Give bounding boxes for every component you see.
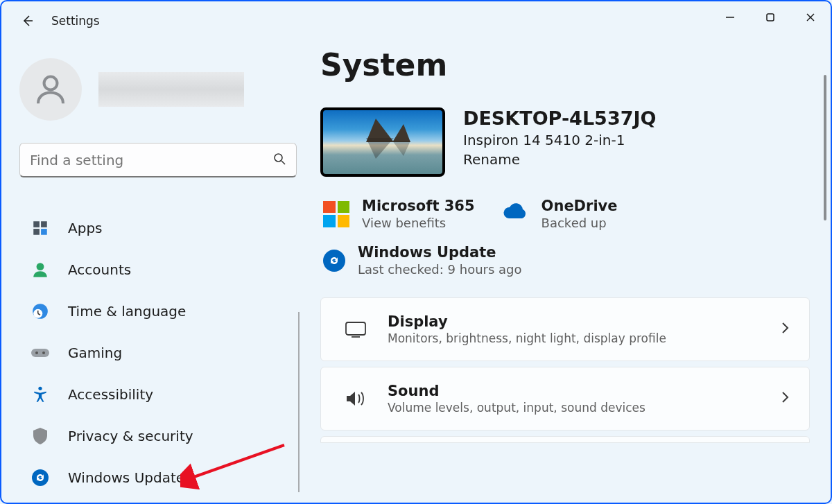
svg-point-5 [44,77,58,90]
cloud-icon [501,203,529,225]
sidebar-item-label: Windows Update [68,469,184,486]
setting-subtitle: Monitors, brightness, night light, displ… [388,331,666,345]
setting-row-peek [320,436,810,443]
windows-update-card[interactable]: Windows Update Last checked: 9 hours ago [320,240,525,281]
settings-list: Display Monitors, brightness, night ligh… [320,297,810,443]
microsoft-365-card[interactable]: Microsoft 365 View benefits [320,193,478,234]
apps-icon [31,218,50,238]
svg-point-19 [42,351,45,354]
card-subtitle: Backed up [541,216,618,230]
sidebar-item-time-language[interactable]: Time & language [19,293,306,330]
sidebar-item-label: Time & language [68,303,186,320]
setting-row-display[interactable]: Display Monitors, brightness, night ligh… [320,297,810,361]
close-button[interactable] [790,1,831,33]
svg-rect-10 [33,229,40,235]
card-title: OneDrive [541,198,618,214]
sidebar-item-gaming[interactable]: Gaming [19,334,306,372]
svg-line-7 [281,161,285,164]
user-account-block[interactable] [19,58,306,121]
search-input[interactable] [30,152,272,168]
card-title: Windows Update [358,244,522,261]
svg-rect-1 [767,14,774,21]
search-field[interactable] [19,143,297,177]
svg-rect-11 [41,229,47,235]
time-language-icon [31,302,50,321]
device-block: DESKTOP-4L537JQ Inspiron 14 5410 2-in-1 … [320,107,810,177]
sidebar-item-privacy-security[interactable]: Privacy & security [19,417,306,455]
chevron-right-icon [780,321,790,338]
sidebar-item-label: Apps [68,220,103,236]
desktop-wallpaper-thumb [320,107,445,177]
minimize-button[interactable] [710,1,750,33]
svg-rect-17 [31,349,49,357]
sidebar: Apps Accounts Time & language Gaming [1,40,320,503]
sidebar-item-accessibility[interactable]: Accessibility [19,376,306,413]
setting-title: Display [388,313,666,330]
scrollbar[interactable] [824,75,826,489]
microsoft-logo-icon [323,201,349,227]
sidebar-item-accounts[interactable]: Accounts [19,251,306,288]
svg-rect-9 [41,221,47,227]
device-name: DESKTOP-4L537JQ [463,107,656,129]
search-icon [272,152,286,168]
avatar [19,58,82,121]
sound-icon [340,389,371,408]
app-title: Settings [51,14,100,28]
display-icon [340,320,371,338]
svg-rect-22 [346,322,365,335]
card-subtitle: View benefits [362,216,475,230]
sidebar-item-windows-update[interactable]: Windows Update [19,459,306,496]
sidebar-scroll-indicator [298,312,300,492]
setting-subtitle: Volume levels, output, input, sound devi… [388,401,645,415]
user-name-redacted [98,72,244,107]
setting-row-sound[interactable]: Sound Volume levels, output, input, soun… [320,367,810,431]
title-bar: Settings [1,1,831,40]
accounts-icon [31,260,50,279]
window-controls [710,1,831,33]
svg-rect-8 [33,221,40,227]
main-content: System DESKTOP-4L537JQ Inspiron 14 5410 … [320,40,831,503]
onedrive-card[interactable]: OneDrive Backed up [499,193,621,234]
sidebar-item-label: Accessibility [68,386,153,403]
sidebar-item-label: Gaming [68,345,122,361]
windows-update-icon [31,468,50,487]
setting-title: Sound [388,383,645,399]
svg-point-12 [37,263,44,270]
device-model: Inspiron 14 5410 2-in-1 [463,132,656,148]
sidebar-item-apps[interactable]: Apps [19,209,306,247]
svg-point-6 [275,154,282,162]
accessibility-icon [31,385,50,404]
rename-link[interactable]: Rename [463,151,656,168]
nav-list: Apps Accounts Time & language Gaming [19,209,306,501]
svg-point-20 [38,387,42,390]
shield-icon [31,426,50,446]
maximize-button[interactable] [750,1,790,33]
card-subtitle: Last checked: 9 hours ago [358,262,522,277]
windows-update-icon [323,250,345,272]
scrollbar-thumb[interactable] [824,75,826,220]
sidebar-item-label: Accounts [68,261,131,278]
sidebar-item-label: Privacy & security [68,428,193,444]
chevron-right-icon [780,390,790,407]
page-title: System [320,47,810,82]
back-button[interactable] [14,7,42,35]
card-title: Microsoft 365 [362,198,475,214]
svg-point-18 [35,351,38,354]
gaming-icon [31,343,50,363]
